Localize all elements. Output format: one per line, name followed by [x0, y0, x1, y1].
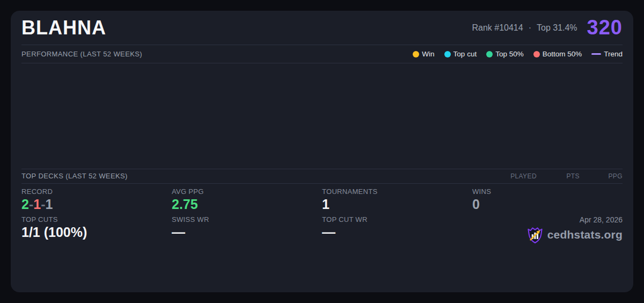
stat-label: RECORD: [21, 187, 172, 196]
stat-wins: WINS 0: [472, 187, 623, 215]
rank-separator: ·: [529, 23, 531, 33]
record-value: 2-1-1: [21, 197, 172, 211]
player-name: BLAHNA: [21, 17, 106, 39]
header-right: Rank #10414 · Top 31.4% 320: [472, 16, 623, 39]
top-decks-section-title: TOP DECKS (LAST 52 WEEKS): [21, 172, 128, 180]
record-wins: 2: [21, 197, 29, 212]
score-value: 320: [587, 16, 623, 39]
stats-grid: RECORD 2-1-1 AVG PPG 2.75 TOURNAMENTS 1 …: [21, 184, 623, 293]
legend-item-top-cut: Top cut: [444, 50, 477, 58]
legend-label: Win: [422, 50, 434, 58]
performance-header: PERFORMANCE (LAST 52 WEEKS) Win Top cut …: [21, 45, 623, 63]
legend-item-bottom-50: Bottom 50%: [533, 50, 582, 58]
column-header-ppg: PPG: [580, 172, 623, 180]
stat-label: WINS: [472, 187, 623, 196]
tournaments-value: 1: [322, 197, 472, 211]
top-cuts-value: 1/1 (100%): [21, 225, 172, 239]
stat-label: SWISS WR: [172, 215, 322, 223]
wins-value: 0: [472, 197, 623, 211]
brand-text: cedhstats.org: [547, 228, 623, 241]
top-percent-text: Top 31.4%: [537, 23, 577, 33]
performance-section-title: PERFORMANCE (LAST 52 WEEKS): [21, 50, 142, 58]
avg-ppg-value: 2.75: [172, 197, 322, 211]
swiss-wr-value: —: [172, 225, 322, 239]
stat-top-cut-wr: TOP CUT WR —: [322, 215, 472, 293]
stat-label: TOP CUT WR: [322, 215, 472, 223]
stat-tournaments: TOURNAMENTS 1: [322, 187, 472, 215]
legend-label: Trend: [604, 50, 623, 58]
bottom-50-dot-icon: [533, 51, 540, 57]
footer: Apr 28, 2026 cedhstats.org: [472, 215, 623, 293]
win-dot-icon: [413, 51, 419, 57]
legend-item-top-50: Top 50%: [486, 50, 524, 58]
top-cut-wr-value: —: [322, 225, 472, 239]
top-decks-columns: PLAYED PTS PPG: [486, 172, 623, 180]
legend-label: Bottom 50%: [543, 50, 582, 58]
column-header-pts: PTS: [537, 172, 580, 180]
stat-swiss-wr: SWISS WR —: [172, 215, 322, 293]
record-losses: 1: [33, 197, 41, 212]
legend-label: Top 50%: [495, 50, 524, 58]
trend-line-icon: [591, 53, 601, 55]
top-cut-dot-icon: [444, 51, 451, 57]
legend-label: Top cut: [453, 50, 477, 58]
stat-avg-ppg: AVG PPG 2.75: [172, 187, 322, 215]
legend-item-trend: Trend: [591, 50, 623, 58]
top-decks-header: TOP DECKS (LAST 52 WEEKS) PLAYED PTS PPG: [21, 169, 623, 183]
top-50-dot-icon: [486, 51, 493, 57]
chart-legend: Win Top cut Top 50% Bottom 50% Trend: [413, 50, 623, 58]
stat-record: RECORD 2-1-1: [21, 187, 172, 215]
column-header-played: PLAYED: [486, 172, 537, 180]
card-header: BLAHNA Rank #10414 · Top 31.4% 320: [21, 11, 623, 45]
record-draws: 1: [45, 197, 53, 212]
card-date: Apr 28, 2026: [580, 215, 623, 224]
stat-label: AVG PPG: [172, 187, 322, 196]
stats-card: BLAHNA Rank #10414 · Top 31.4% 320 PERFO…: [11, 11, 633, 292]
brand[interactable]: cedhstats.org: [527, 226, 623, 244]
rank-text: Rank #10414: [472, 23, 523, 33]
performance-chart: [21, 63, 623, 169]
stat-top-cuts: TOP CUTS 1/1 (100%): [21, 215, 172, 293]
cedhstats-logo-icon: [527, 226, 543, 244]
rank-line: Rank #10414 · Top 31.4%: [472, 23, 577, 33]
stat-label: TOP CUTS: [21, 215, 172, 223]
stat-label: TOURNAMENTS: [322, 187, 472, 196]
record-dash: -: [29, 197, 33, 212]
legend-item-win: Win: [413, 50, 434, 58]
